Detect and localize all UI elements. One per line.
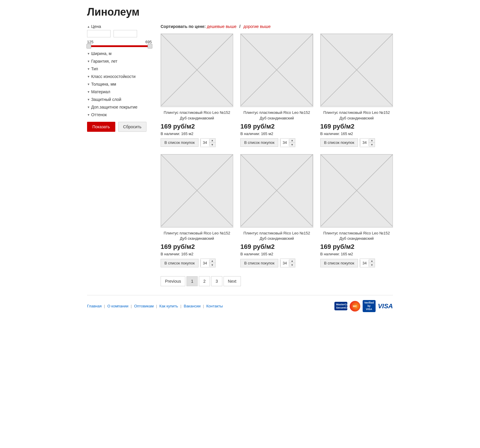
price-min-input[interactable]: [87, 30, 111, 37]
product-price: 169 руб/м2: [161, 123, 233, 130]
footer-link[interactable]: Контакты: [206, 304, 223, 308]
placeholder-image-icon: [241, 154, 313, 227]
footer-separator: |: [180, 304, 181, 308]
product-price: 169 руб/м2: [240, 243, 313, 251]
filter-label[interactable]: ▼ Тип: [87, 66, 152, 71]
add-to-list-button[interactable]: В список покупок: [161, 138, 199, 147]
show-button[interactable]: Показать: [87, 122, 115, 132]
stepper-buttons: ▲ ▼: [209, 139, 215, 147]
quantity-stepper: 34 ▲ ▼: [360, 138, 375, 147]
prev-button[interactable]: Previous: [161, 276, 185, 286]
stepper-up-button[interactable]: ▲: [209, 259, 215, 263]
product-actions: В список покупок 34 ▲ ▼: [320, 259, 393, 267]
product-image[interactable]: [161, 34, 233, 107]
chevron-down-icon: ▼: [87, 98, 90, 101]
sort-expensive-link[interactable]: дорогие выше: [244, 24, 271, 29]
add-to-list-button[interactable]: В список покупок: [240, 259, 278, 267]
quantity-value: 34: [280, 260, 289, 267]
stepper-down-button[interactable]: ▼: [369, 263, 375, 267]
filter-list: ▼ Ширина, м ▼ Гарантия, лет ▼ Тип ▼ Клас…: [87, 51, 152, 117]
add-to-list-button[interactable]: В список покупок: [320, 259, 358, 267]
filter-section: ▼ Ширина, м: [87, 51, 152, 56]
filter-label[interactable]: ▼ Оттенок: [87, 112, 152, 117]
stepper-up-button[interactable]: ▲: [289, 139, 295, 143]
add-to-list-button[interactable]: В список покупок: [240, 138, 278, 147]
filter-section: ▼ Толщина, мм: [87, 82, 152, 86]
product-card: Плинтус пластиковый Rico Leo №152 Дуб ск…: [161, 154, 233, 268]
filter-label[interactable]: ▼ Защитный слой: [87, 97, 152, 102]
price-filter-label[interactable]: ▲ Цена: [87, 24, 152, 29]
page-1-button[interactable]: 1: [186, 276, 198, 286]
filter-label-text: Доп.защитное покрытие: [91, 105, 137, 109]
product-image[interactable]: [240, 34, 313, 107]
slider-thumb-left[interactable]: [86, 44, 91, 49]
stepper-buttons: ▲ ▼: [369, 139, 375, 147]
footer-link[interactable]: Как купить: [159, 304, 178, 308]
stepper-down-button[interactable]: ▼: [289, 263, 295, 267]
quantity-stepper: 34 ▲ ▼: [280, 138, 295, 147]
chevron-down-icon: ▼: [87, 113, 90, 116]
footer-link[interactable]: О компании: [107, 304, 129, 308]
filter-label[interactable]: ▼ Толщина, мм: [87, 82, 152, 86]
filter-label-text: Ширина, м: [91, 51, 111, 56]
product-price: 169 руб/м2: [161, 243, 233, 251]
product-image[interactable]: [320, 34, 393, 107]
product-stock: В наличии: 165 м2: [240, 131, 313, 136]
stepper-down-button[interactable]: ▼: [209, 143, 215, 147]
filter-label[interactable]: ▼ Гарантия, лет: [87, 59, 152, 64]
verified-by-visa-icon: VerifiedbyVISA: [363, 300, 376, 312]
price-label-text: Цена: [91, 24, 101, 29]
slider-thumb-right[interactable]: [148, 44, 152, 49]
mastercard-secure-icon: MasterCardSecureCode: [334, 302, 347, 311]
placeholder-image-icon: [321, 154, 393, 227]
reset-button[interactable]: Сбросить: [118, 122, 146, 132]
stepper-buttons: ▲ ▼: [289, 139, 295, 147]
footer-link[interactable]: Главная: [87, 304, 101, 308]
placeholder-image-icon: [321, 34, 393, 106]
product-stock: В наличии: 165 м2: [240, 252, 313, 256]
product-stock: В наличии: 165 м2: [161, 252, 233, 256]
stepper-down-button[interactable]: ▼: [289, 143, 295, 147]
product-card: Плинтус пластиковый Rico Leo №152 Дуб ск…: [240, 154, 313, 268]
quantity-stepper: 34 ▲ ▼: [280, 259, 295, 267]
product-card: Плинтус пластиковый Rico Leo №152 Дуб ск…: [161, 34, 233, 147]
stepper-up-button[interactable]: ▲: [369, 259, 375, 263]
add-to-list-button[interactable]: В список покупок: [161, 259, 199, 267]
price-max-input[interactable]: [114, 30, 137, 37]
stepper-up-button[interactable]: ▲: [209, 139, 215, 143]
footer-link[interactable]: Оптовикам: [134, 304, 154, 308]
stepper-down-button[interactable]: ▼: [209, 263, 215, 267]
footer-link[interactable]: Вакансии: [184, 304, 201, 308]
product-price: 169 руб/м2: [240, 123, 313, 130]
quantity-stepper: 34 ▲ ▼: [200, 259, 216, 267]
sort-cheap-link[interactable]: дешевые выше: [207, 24, 236, 29]
product-actions: В список покупок 34 ▲ ▼: [161, 259, 233, 267]
filter-label[interactable]: ▼ Ширина, м: [87, 51, 152, 56]
filter-label-text: Гарантия, лет: [91, 59, 117, 64]
footer-separator: |: [156, 304, 157, 308]
filter-label[interactable]: ▼ Доп.защитное покрытие: [87, 105, 152, 109]
add-to-list-button[interactable]: В список покупок: [320, 138, 358, 147]
filter-label[interactable]: ▼ Материал: [87, 89, 152, 94]
chevron-down-icon: ▼: [87, 83, 90, 86]
product-image[interactable]: [320, 154, 393, 228]
page-2-button[interactable]: 2: [199, 276, 210, 286]
mastercard-logo-icon: MC: [350, 301, 360, 312]
next-button[interactable]: Next: [224, 276, 241, 286]
footer-links: Главная|О компании|Оптовикам|Как купить|…: [87, 304, 223, 308]
price-slider-track[interactable]: [87, 45, 152, 47]
product-image[interactable]: [161, 154, 233, 228]
price-filter: ▲ Цена 125 695: [87, 24, 152, 47]
filter-label[interactable]: ▼ Класс износостойкости: [87, 74, 152, 79]
sort-separator: /: [239, 24, 241, 29]
chevron-down-icon: ▼: [87, 75, 90, 78]
quantity-stepper: 34 ▲ ▼: [360, 259, 375, 267]
product-image[interactable]: [240, 154, 313, 228]
product-actions: В список покупок 34 ▲ ▼: [320, 138, 393, 147]
stepper-down-button[interactable]: ▼: [369, 143, 375, 147]
page-3-button[interactable]: 3: [211, 276, 222, 286]
quantity-value: 34: [360, 139, 369, 146]
stepper-up-button[interactable]: ▲: [289, 259, 295, 263]
filter-section: ▼ Гарантия, лет: [87, 59, 152, 64]
stepper-up-button[interactable]: ▲: [369, 139, 375, 143]
